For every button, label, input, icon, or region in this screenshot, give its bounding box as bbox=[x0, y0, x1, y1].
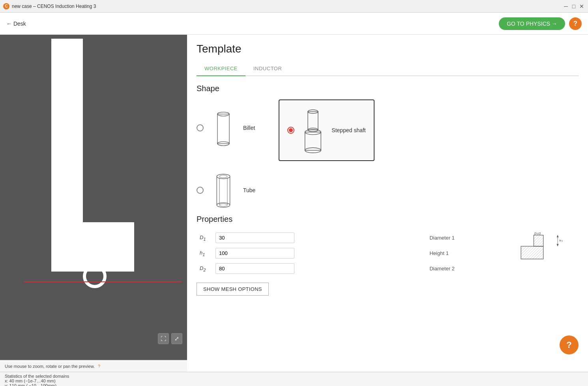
svg-point-16 bbox=[219, 204, 227, 206]
expand-button[interactable]: ⤢ bbox=[171, 333, 182, 344]
back-button[interactable]: ← Desk bbox=[6, 21, 26, 27]
svg-marker-26 bbox=[557, 235, 559, 238]
prop-input-d1[interactable] bbox=[215, 232, 294, 243]
fit-view-button[interactable]: ⛶ bbox=[158, 333, 169, 344]
properties-table: D1 Diameter 1 h1 Height 1 bbox=[197, 230, 505, 276]
preview-info: Use mouse to zoom, rotate or pan the pre… bbox=[0, 360, 187, 372]
show-mesh-options-button[interactable]: SHOW MESH OPTIONS bbox=[197, 283, 269, 296]
inductor-ring-2 bbox=[83, 264, 107, 288]
go-to-physics-button[interactable]: GO TO PHYSICS → bbox=[499, 17, 565, 30]
radio-billet[interactable] bbox=[197, 124, 204, 131]
tube-label: Tube bbox=[243, 187, 255, 193]
template-title: Template bbox=[197, 43, 579, 55]
stepped-shaft-icon bbox=[299, 107, 327, 154]
radio-tube[interactable] bbox=[197, 187, 204, 194]
billet-icon bbox=[212, 108, 235, 148]
svg-text:/2: /2 bbox=[538, 232, 541, 235]
stepped-shaft-label: Stepped shaft bbox=[331, 127, 365, 133]
right-panel: Template WORKPIECE INDUCTOR Shape Bi bbox=[187, 35, 588, 372]
property-row-d1: D1 Diameter 1 bbox=[197, 230, 505, 245]
main-layout: ⛶ ⤢ Use mouse to zoom, rotate or pan the… bbox=[0, 35, 588, 372]
minimize-button[interactable]: ─ bbox=[563, 3, 569, 9]
property-row-d2: D2 Diameter 2 bbox=[197, 261, 505, 276]
app-icon: C bbox=[3, 3, 9, 9]
radio-stepped-shaft[interactable] bbox=[287, 127, 294, 134]
stat-x: x: 40 mm (−1e-7…40 mm) bbox=[5, 379, 69, 383]
properties-section: Properties D1 Diameter 1 h1 bbox=[197, 215, 579, 296]
prop-symbol-d2: D2 bbox=[197, 261, 212, 276]
titlebar-title: new case – CENOS Induction Heating 3 bbox=[12, 4, 96, 9]
stat-y: y: 110 mm ( −10…100mm) bbox=[5, 383, 69, 386]
svg-marker-27 bbox=[557, 244, 559, 246]
shape-billet-option[interactable]: Billet bbox=[197, 99, 255, 156]
svg-rect-4 bbox=[308, 112, 318, 130]
shapes-row-2: Tube bbox=[197, 171, 579, 210]
prop-desc-h1: Height 1 bbox=[426, 245, 505, 261]
prop-desc-d2: Diameter 2 bbox=[426, 261, 505, 276]
preview-canvas[interactable]: ⛶ ⤢ bbox=[0, 35, 187, 360]
red-axis-line bbox=[24, 281, 182, 282]
left-panel: ⛶ ⤢ Use mouse to zoom, rotate or pan the… bbox=[0, 35, 187, 372]
prop-input-h1[interactable] bbox=[215, 248, 294, 259]
properties-title: Properties bbox=[197, 215, 579, 224]
maximize-button[interactable]: □ bbox=[571, 3, 577, 9]
tab-inductor[interactable]: INDUCTOR bbox=[245, 62, 290, 76]
property-diagram: D 1 /2 h 1 bbox=[515, 230, 579, 266]
float-help-button[interactable]: ? bbox=[560, 335, 579, 354]
shape-section-title: Shape bbox=[197, 84, 579, 93]
prop-input-d2[interactable] bbox=[215, 263, 294, 274]
titlebar: C new case – CENOS Induction Heating 3 ─… bbox=[0, 0, 588, 13]
shape-stepped-shaft-option[interactable]: Stepped shaft bbox=[279, 99, 374, 161]
stats-section: Statistics of the selected domains x: 40… bbox=[0, 372, 588, 386]
property-row-h1: h1 Height 1 bbox=[197, 245, 505, 261]
svg-text:D: D bbox=[534, 232, 537, 235]
close-button[interactable]: ✕ bbox=[579, 3, 585, 9]
svg-rect-18 bbox=[534, 235, 543, 246]
shapes-row-1: Billet Stepped shaft bbox=[197, 99, 579, 161]
billet-label: Billet bbox=[243, 125, 255, 131]
preview-tools: ⛶ ⤢ bbox=[158, 333, 182, 344]
svg-point-9 bbox=[217, 174, 230, 179]
prop-symbol-d1: D1 bbox=[197, 230, 212, 245]
header: ← Desk GO TO PHYSICS → ? bbox=[0, 13, 588, 35]
inductor-ring-1 bbox=[83, 238, 107, 262]
preview-help-icon[interactable]: ? bbox=[98, 364, 100, 369]
svg-text:h: h bbox=[560, 239, 562, 242]
workpiece-vertical bbox=[51, 39, 83, 224]
prop-symbol-h1: h1 bbox=[197, 245, 212, 261]
svg-text:1: 1 bbox=[562, 240, 563, 242]
svg-rect-1 bbox=[217, 114, 229, 144]
tab-bar: WORKPIECE INDUCTOR bbox=[197, 62, 579, 76]
titlebar-left: C new case – CENOS Induction Heating 3 bbox=[3, 3, 96, 9]
header-help-button[interactable]: ? bbox=[569, 17, 582, 30]
tab-workpiece[interactable]: WORKPIECE bbox=[197, 62, 245, 76]
titlebar-controls[interactable]: ─ □ ✕ bbox=[563, 3, 585, 9]
stats-title: Statistics of the selected domains bbox=[5, 374, 69, 379]
prop-desc-d1: Diameter 1 bbox=[426, 230, 505, 245]
tube-icon bbox=[212, 171, 235, 210]
svg-rect-19 bbox=[521, 246, 544, 259]
svg-point-10 bbox=[219, 175, 227, 178]
svg-point-15 bbox=[217, 203, 230, 208]
header-right: GO TO PHYSICS → ? bbox=[499, 17, 582, 30]
